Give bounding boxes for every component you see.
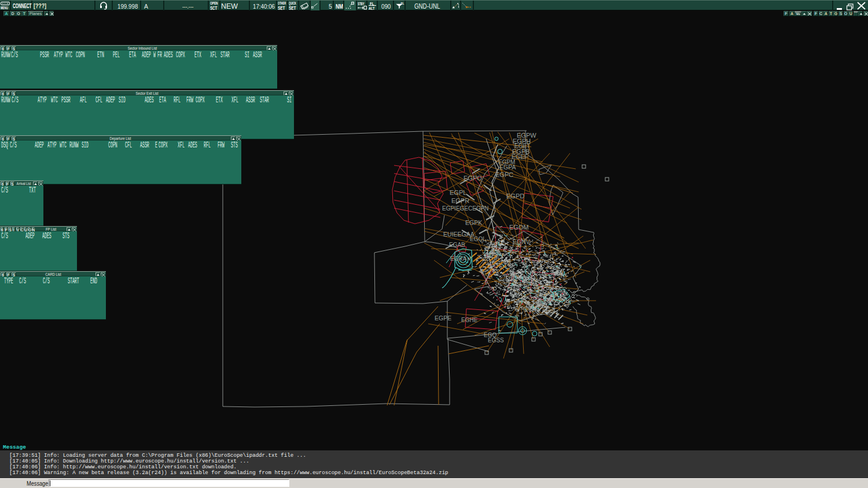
svg-text:EGPL: EGPL: [450, 189, 466, 196]
svg-text:EGPK: EGPK: [465, 219, 482, 226]
svg-text:EGPE: EGPE: [435, 315, 451, 321]
svg-text:C: C: [553, 283, 557, 290]
svg-text:EGAB: EGAB: [449, 242, 465, 248]
svg-text:EGPA: EGPA: [499, 164, 516, 171]
svg-text:EGPD: EGPD: [506, 193, 524, 199]
svg-text:EGQL: EGQL: [470, 236, 486, 242]
svg-text:EGSS: EGSS: [488, 337, 504, 343]
svg-text:EGPR: EGPR: [451, 197, 469, 204]
svg-text:EGNV: EGNV: [513, 238, 530, 245]
svg-text:D: D: [557, 269, 561, 276]
svg-text:EGHE: EGHE: [461, 317, 478, 323]
svg-text:EGPIEGECEGPN: EGPIEGECEGPN: [442, 205, 489, 212]
svg-text:EGPO: EGPO: [464, 175, 482, 182]
svg-text:EGRA: EGRA: [450, 256, 467, 262]
svg-text:EGPC: EGPC: [495, 171, 513, 178]
svg-text:FL: FL: [400, 2, 404, 5]
svg-text:EGOM: EGOM: [509, 224, 529, 231]
